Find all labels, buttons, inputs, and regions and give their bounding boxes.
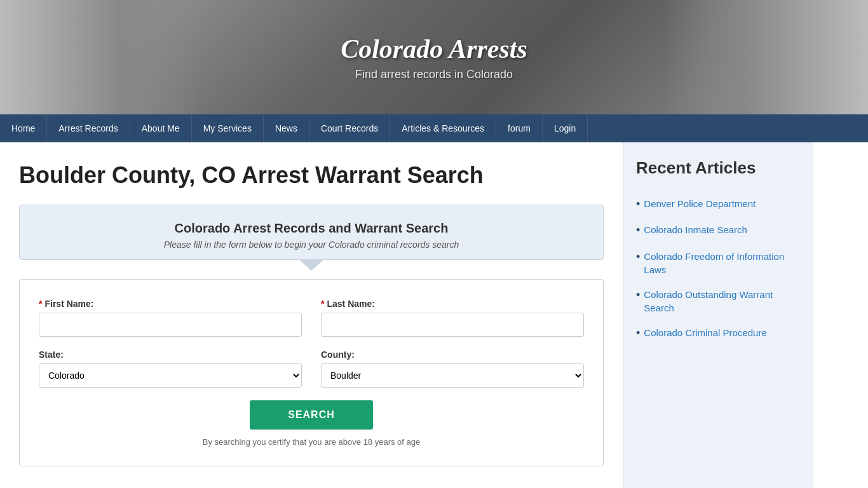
bullet-1: •: [636, 197, 640, 212]
article-item-2: • Colorado Inmate Search: [636, 223, 801, 238]
last-name-label: *Last Name:: [321, 299, 584, 309]
nav-about-me[interactable]: About Me: [130, 114, 192, 142]
nav-my-services[interactable]: My Services: [192, 114, 264, 142]
nav-news[interactable]: News: [264, 114, 309, 142]
nav-forum[interactable]: forum: [496, 114, 543, 142]
search-box-title: Colorado Arrest Records and Warrant Sear…: [39, 221, 584, 236]
site-header: Colorado Arrests Find arrest records in …: [0, 0, 868, 114]
required-star-last: *: [321, 299, 324, 309]
bullet-3: •: [636, 250, 640, 264]
county-select[interactable]: Boulder Adams Arapahoe Denver El Paso Je…: [321, 363, 584, 388]
search-form-area: *First Name: *Last Name: State: Colorado: [19, 279, 604, 466]
location-row: State: Colorado Alabama Alaska Arizona A…: [39, 349, 584, 388]
search-button[interactable]: SEARCH: [250, 400, 373, 430]
first-name-group: *First Name:: [39, 299, 302, 337]
page-title: Boulder County, CO Arrest Warrant Search: [19, 161, 604, 189]
nav-login[interactable]: Login: [543, 114, 588, 142]
article-item-5: • Colorado Criminal Procedure: [636, 326, 801, 341]
nav-home[interactable]: Home: [0, 114, 47, 142]
required-star-first: *: [39, 299, 42, 309]
state-select[interactable]: Colorado Alabama Alaska Arizona Arkansas…: [39, 363, 302, 388]
nav-arrest-records[interactable]: Arrest Records: [47, 114, 130, 142]
state-label: State:: [39, 349, 302, 360]
main-nav: Home Arrest Records About Me My Services…: [0, 114, 868, 142]
site-subtitle: Find arrest records in Colorado: [341, 68, 527, 81]
search-header-box: Colorado Arrest Records and Warrant Sear…: [19, 205, 604, 260]
form-disclaimer: By searching you certify that you are ab…: [39, 437, 584, 447]
content-area: Boulder County, CO Arrest Warrant Search…: [0, 142, 623, 488]
county-group: County: Boulder Adams Arapahoe Denver El…: [321, 349, 584, 388]
recent-articles-list: • Denver Police Department • Colorado In…: [636, 197, 801, 341]
last-name-input[interactable]: [321, 313, 584, 337]
sidebar: Recent Articles • Denver Police Departme…: [623, 142, 813, 488]
article-item-3: • Colorado Freedom of Information Laws: [636, 250, 801, 276]
search-box-subtitle: Please fill in the form below to begin y…: [39, 240, 584, 250]
article-link-2[interactable]: Colorado Inmate Search: [644, 223, 747, 236]
last-name-group: *Last Name:: [321, 299, 584, 337]
bullet-5: •: [636, 326, 640, 341]
header-text: Colorado Arrests Find arrest records in …: [341, 34, 527, 81]
article-item-1: • Denver Police Department: [636, 197, 801, 212]
main-container: Boulder County, CO Arrest Warrant Search…: [0, 142, 868, 488]
nav-court-records[interactable]: Court Records: [309, 114, 390, 142]
state-group: State: Colorado Alabama Alaska Arizona A…: [39, 349, 302, 388]
name-row: *First Name: *Last Name:: [39, 299, 584, 337]
article-link-3[interactable]: Colorado Freedom of Information Laws: [644, 250, 801, 276]
article-item-4: • Colorado Outstanding Warrant Search: [636, 288, 801, 315]
article-link-5[interactable]: Colorado Criminal Procedure: [644, 326, 766, 339]
first-name-input[interactable]: [39, 313, 302, 337]
site-title: Colorado Arrests: [341, 34, 527, 64]
sidebar-title: Recent Articles: [636, 158, 801, 184]
bullet-2: •: [636, 223, 640, 238]
county-label: County:: [321, 349, 584, 360]
first-name-label: *First Name:: [39, 299, 302, 309]
nav-articles-resources[interactable]: Articles & Resources: [390, 114, 496, 142]
bullet-4: •: [636, 288, 640, 302]
article-link-4[interactable]: Colorado Outstanding Warrant Search: [644, 288, 801, 315]
article-link-1[interactable]: Denver Police Department: [644, 197, 756, 210]
